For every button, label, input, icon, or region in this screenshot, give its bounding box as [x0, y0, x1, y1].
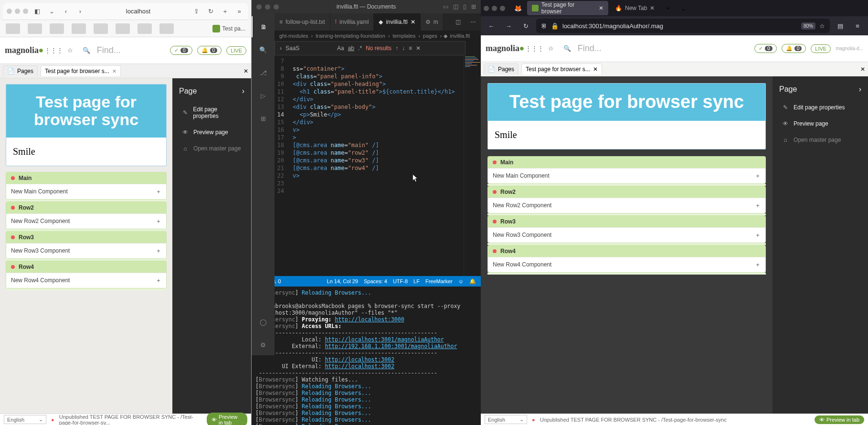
extension-icon[interactable]: ▤: [834, 19, 847, 32]
chevron-right-icon[interactable]: ›: [280, 45, 282, 52]
area-block[interactable]: Row3 New Row3 Component＋: [6, 231, 167, 259]
window-close[interactable]: [7, 9, 12, 14]
address-bar[interactable]: localhost: [89, 8, 187, 15]
language-select[interactable]: English⌄: [485, 415, 527, 424]
tab-follow-up[interactable]: ≡ follow-up-list.txt: [275, 13, 330, 31]
minimap[interactable]: [464, 55, 481, 276]
edit-page-properties[interactable]: ✎Edit page properties: [775, 100, 865, 115]
code-line[interactable]: 22v>: [275, 172, 481, 180]
new-component-row[interactable]: New Row3 Component＋: [488, 227, 765, 243]
indentation[interactable]: Spaces: 4: [364, 278, 387, 284]
window-min[interactable]: [265, 4, 270, 10]
add-icon[interactable]: ＋: [755, 202, 761, 210]
favorite-icon[interactable]: [50, 23, 64, 34]
forward-icon[interactable]: ›: [75, 6, 85, 17]
add-icon[interactable]: ＋: [156, 247, 161, 255]
chevron-down-icon[interactable]: ⌄: [46, 6, 57, 17]
area-block[interactable]: Main New Main Component＋: [6, 172, 167, 200]
back-icon[interactable]: ←: [485, 19, 498, 32]
zoom-badge[interactable]: 80%: [801, 22, 815, 30]
close-panel-icon[interactable]: ✕: [860, 66, 865, 73]
tab-new-tab[interactable]: 🔥 New Tab ✕: [610, 1, 659, 15]
hamburger-icon[interactable]: ≡: [851, 19, 864, 32]
magnolia-logo[interactable]: magnolia•: [486, 43, 524, 53]
code-line[interactable]: 8ss="container">: [275, 65, 481, 73]
preview-page[interactable]: 👁Preview page: [175, 125, 248, 139]
window-max[interactable]: [500, 6, 505, 11]
search-icon[interactable]: 🔍: [252, 39, 275, 60]
new-component-row[interactable]: New Row4 Component＋: [488, 257, 765, 272]
favorite-icon[interactable]: [72, 23, 86, 34]
code-line[interactable]: 10<div class="panel-heading">: [275, 80, 481, 88]
favorite-icon[interactable]: [6, 23, 20, 34]
new-component-row[interactable]: New Main Component＋: [488, 168, 765, 183]
area-block[interactable]: Row4 New Row4 Component＋: [6, 261, 167, 288]
find-input[interactable]: Find...: [578, 43, 750, 53]
code-line[interactable]: 13<div class="panel-body">: [275, 103, 481, 111]
match-word-icon[interactable]: ab: [348, 45, 354, 52]
new-component-row[interactable]: New Main Component＋: [6, 184, 166, 199]
code-line[interactable]: 9 class="panel panel-info">: [275, 73, 481, 80]
new-component-row[interactable]: New Row3 Component＋: [6, 243, 166, 258]
chevron-right-icon[interactable]: ›: [859, 85, 861, 94]
area-block[interactable]: Row4 New Row4 Component＋: [487, 245, 766, 273]
favorite-icon[interactable]: [28, 23, 42, 34]
code-line[interactable]: 18[@cms.area name="main" /]: [275, 141, 481, 149]
tab-test-page[interactable]: Test page for browser s... ✕: [41, 65, 121, 76]
add-icon[interactable]: ＋: [156, 188, 161, 196]
back-icon[interactable]: ‹: [61, 6, 71, 17]
tab-test-page[interactable]: Test page for browser✕: [527, 1, 608, 15]
close-icon[interactable]: ✕: [599, 5, 603, 11]
magnolia-logo[interactable]: magnolia•: [5, 45, 43, 55]
address-bar[interactable]: ⛨ 🔒 localhost:3001/magnoliaAuthor/.mag 8…: [536, 19, 830, 33]
apps-icon[interactable]: ⋮⋮⋮: [48, 45, 60, 56]
reload-icon[interactable]: ↻: [205, 6, 216, 17]
code-line[interactable]: 17>: [275, 134, 481, 141]
close-icon[interactable]: ✕: [411, 19, 415, 25]
new-component-row[interactable]: New Row2 Component＋: [6, 213, 166, 229]
tab-invillia-ftl[interactable]: ◆ invillia.ftl ✕: [374, 13, 420, 31]
next-match-icon[interactable]: ↓: [402, 45, 405, 52]
terminal[interactable]: [Browsersync] Reloading Browsers... ^C a…: [252, 287, 481, 425]
favorite-icon[interactable]: [94, 23, 108, 34]
area-block[interactable]: Main New Main Component＋: [487, 156, 766, 184]
preview-page[interactable]: 👁Preview page: [775, 117, 865, 131]
sidebar-toggle-icon[interactable]: ◧: [32, 6, 42, 17]
area-block[interactable]: Row2 New Row2 Component＋: [487, 186, 766, 213]
find-input[interactable]: Find...: [97, 45, 165, 55]
code-line[interactable]: 11 <h1 class="panel-title">${content.tit…: [275, 88, 481, 96]
add-icon[interactable]: ＋: [755, 261, 761, 269]
reload-icon[interactable]: ↻: [519, 19, 532, 32]
firefox-logo-icon[interactable]: 🦊: [511, 5, 525, 12]
tab-test-page[interactable]: Test page for browser s... ✕: [521, 64, 602, 74]
explorer-icon[interactable]: 🗎: [252, 16, 275, 37]
overflow-icon[interactable]: »: [234, 6, 244, 17]
code-line[interactable]: 12</div>: [275, 96, 481, 103]
share-icon[interactable]: ⇪: [191, 6, 201, 17]
gear-icon[interactable]: ⚙: [252, 334, 275, 355]
feedback-icon[interactable]: ☺: [458, 278, 464, 284]
add-icon[interactable]: ＋: [755, 172, 761, 180]
close-panel-icon[interactable]: ✕: [243, 68, 248, 74]
new-tab-icon[interactable]: ＋: [220, 6, 230, 17]
favorite-icon[interactable]: [159, 23, 174, 34]
tasks-badge[interactable]: ✓0: [754, 44, 777, 53]
panel-layout-icon[interactable]: ⊞: [471, 3, 476, 10]
cursor-position[interactable]: Ln 14, Col 29: [327, 278, 358, 284]
window-max[interactable]: [23, 9, 28, 14]
language-mode[interactable]: FreeMarker: [425, 278, 453, 284]
new-tab-button[interactable]: ＋: [661, 1, 675, 15]
close-icon[interactable]: ✕: [416, 45, 421, 52]
new-component-row[interactable]: New Row2 Component＋: [488, 198, 765, 213]
favorites-icon[interactable]: ☆: [545, 43, 557, 54]
code-editor[interactable]: 78ss="container">9 class="panel panel-in…: [275, 55, 481, 276]
close-icon[interactable]: ✕: [650, 5, 655, 11]
source-control-icon[interactable]: ⎇: [252, 62, 275, 83]
edit-page-properties[interactable]: ✎Edit page properties: [175, 102, 248, 123]
apps-icon[interactable]: ⋮⋮⋮: [529, 43, 540, 54]
add-icon[interactable]: ＋: [156, 276, 161, 285]
area-block[interactable]: Row2 New Row2 Component＋: [6, 202, 167, 229]
forward-icon[interactable]: →: [502, 19, 515, 32]
add-icon[interactable]: ＋: [755, 231, 761, 239]
regex-icon[interactable]: .*: [358, 45, 362, 52]
